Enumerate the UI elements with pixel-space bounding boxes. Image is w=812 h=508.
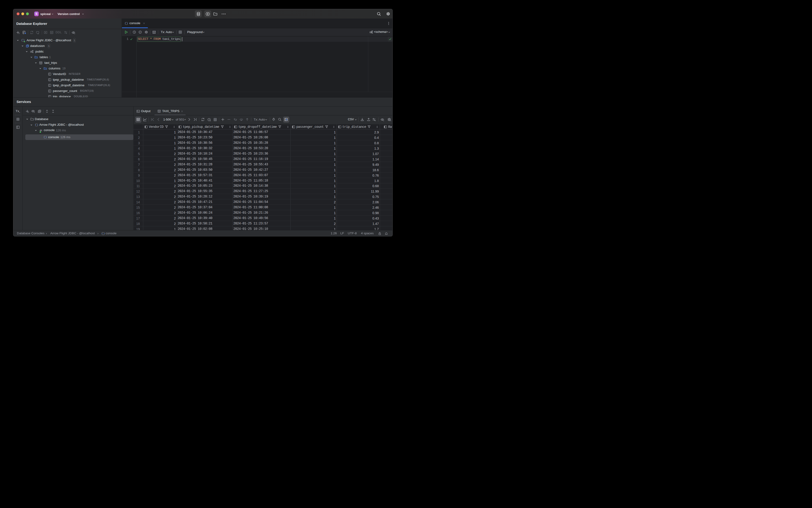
svg-text:P: P — [139, 31, 141, 33]
